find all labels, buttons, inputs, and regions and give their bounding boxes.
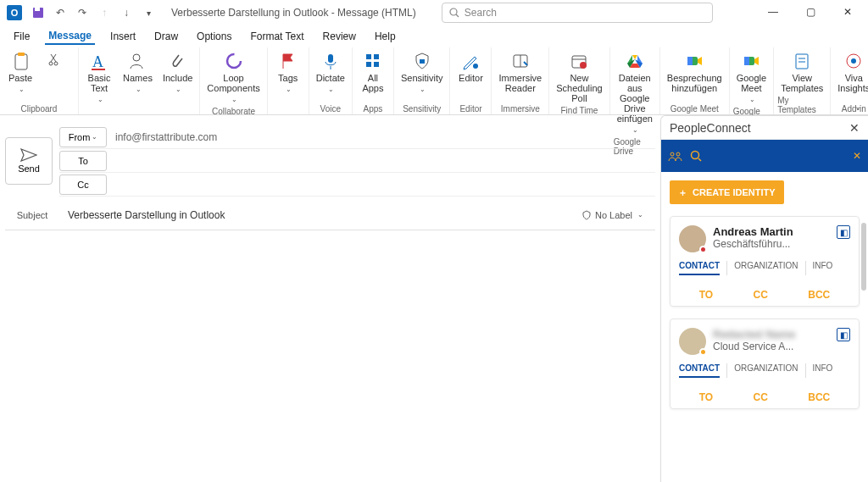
card-action-cc[interactable]: CC xyxy=(754,289,768,301)
plus-icon: ＋ xyxy=(678,186,687,199)
ribbon-button-label: Besprechunghinzufügen xyxy=(667,73,722,93)
from-button[interactable]: From⌄ xyxy=(59,127,107,147)
search-input[interactable]: Search xyxy=(442,3,713,23)
ribbon-sensitivity-button[interactable]: Sensitivity ⌄ xyxy=(398,49,447,96)
search-placeholder: Search xyxy=(465,7,497,19)
card-action-to[interactable]: TO xyxy=(699,289,713,301)
peopleconnect-panel: PeopleConnect ✕ ✕ ＋ CREATE IDENTITY ◧And… xyxy=(660,115,868,482)
to-button[interactable]: To xyxy=(59,151,107,171)
menu-review[interactable]: Review xyxy=(320,29,359,44)
ribbon-group-label: Editor xyxy=(459,103,481,114)
panel-close-icon[interactable]: ✕ xyxy=(849,121,860,135)
ribbon-group-label: Voice xyxy=(320,103,341,114)
sensitivity-label-button[interactable]: No Label ⌄ xyxy=(581,210,643,220)
svg-rect-27 xyxy=(744,57,749,65)
ribbon-dictate-button[interactable]: Dictate ⌄ xyxy=(313,49,348,96)
ribbon-paste-button[interactable]: Paste ⌄ xyxy=(3,49,37,96)
menu-help[interactable]: Help xyxy=(371,29,399,44)
redo-icon[interactable]: ↷ xyxy=(75,5,90,20)
card-tab-contact[interactable]: CONTACT xyxy=(679,363,720,378)
svg-point-2 xyxy=(450,8,457,15)
down-icon[interactable]: ↓ xyxy=(119,5,134,20)
ribbon-group-misc: Tags ⌄ xyxy=(268,47,309,114)
card-tab-info[interactable]: INFO xyxy=(813,363,833,378)
maximize-button[interactable]: ▢ xyxy=(792,0,829,24)
menu-draw[interactable]: Draw xyxy=(151,29,181,44)
menu-bar: FileMessageInsertDrawOptionsFormat TextR… xyxy=(0,25,868,47)
undo-icon[interactable]: ↶ xyxy=(53,5,68,20)
ribbon-collapse-icon[interactable]: ⌄ xyxy=(854,102,861,111)
gdrive-icon xyxy=(625,51,645,71)
subject-field[interactable]: Verbesserte Darstellung in Outlook xyxy=(68,209,655,221)
ribbon-names-button[interactable]: Names ⌄ xyxy=(120,49,156,96)
clear-search-icon[interactable]: ✕ xyxy=(853,150,861,162)
search-icon xyxy=(690,150,702,162)
ribbon-cut-copy-button[interactable] xyxy=(41,49,75,73)
outlook-icon: O xyxy=(7,5,22,20)
reader-icon xyxy=(510,51,531,71)
svg-point-36 xyxy=(676,152,680,156)
menu-format-text[interactable]: Format Text xyxy=(247,29,307,44)
menu-file[interactable]: File xyxy=(10,29,33,44)
subject-label: Subject xyxy=(5,210,59,220)
card-tab-contact[interactable]: CONTACT xyxy=(679,261,720,275)
ribbon-group-label: Immersive xyxy=(501,103,540,114)
avatar xyxy=(679,225,706,252)
menu-insert[interactable]: Insert xyxy=(107,29,139,44)
ribbon-loop-button[interactable]: LoopComponents ⌄ xyxy=(203,49,263,106)
peopleconnect-search-input[interactable] xyxy=(690,146,846,166)
loop-icon xyxy=(224,51,244,71)
menu-options[interactable]: Options xyxy=(193,29,235,44)
card-tab-info[interactable]: INFO xyxy=(813,261,833,275)
ribbon-group-label: Google Meet xyxy=(670,103,719,114)
ribbon-all-button[interactable]: AllApps xyxy=(356,49,390,95)
ribbon-immersive-button[interactable]: ImmersiveReader xyxy=(495,49,545,95)
card-action-bcc[interactable]: BCC xyxy=(808,289,830,301)
svg-text:A: A xyxy=(92,53,103,70)
ribbon-include-button[interactable]: Include ⌄ xyxy=(159,49,196,96)
ribbon-basic-button[interactable]: ABasicText ⌄ xyxy=(82,49,116,106)
ribbon-new-button[interactable]: NewScheduling Poll xyxy=(553,49,605,105)
up-icon[interactable]: ↑ xyxy=(97,5,112,20)
card-tab-organization[interactable]: ORGANIZATION xyxy=(734,363,798,378)
close-button[interactable]: ✕ xyxy=(829,0,866,24)
minimize-button[interactable]: — xyxy=(754,0,792,24)
ribbon-viva-button[interactable]: VivaInsights xyxy=(834,49,868,95)
card-action-bcc[interactable]: BCC xyxy=(808,391,830,403)
create-identity-button[interactable]: ＋ CREATE IDENTITY xyxy=(670,180,784,204)
presence-icon xyxy=(699,348,707,356)
scrollbar[interactable] xyxy=(861,223,866,291)
card-action-cc[interactable]: CC xyxy=(754,391,768,403)
ribbon-besprechung-button[interactable]: Besprechunghinzufügen xyxy=(664,49,726,95)
send-button[interactable]: Send xyxy=(5,137,53,185)
contact-subtitle: Geschäftsführu... xyxy=(713,238,793,250)
flag-icon xyxy=(278,51,298,71)
svg-rect-17 xyxy=(420,59,425,64)
qat-overflow-icon[interactable]: ▾ xyxy=(141,5,156,20)
ribbon-group-collaborate: LoopComponents ⌄Collaborate xyxy=(200,47,267,114)
card-action-to[interactable]: TO xyxy=(699,391,713,403)
ribbon-button-label: Names ⌄ xyxy=(123,73,153,94)
search-icon xyxy=(449,8,459,18)
compose-area: Send From⌄ info@firstattribute.com To Cc… xyxy=(0,115,660,482)
gmeet-icon xyxy=(741,51,761,71)
ribbon-button-label: LoopComponents ⌄ xyxy=(207,73,259,104)
card-badge-icon[interactable]: ◧ xyxy=(837,225,850,239)
ribbon-button-label: Sensitivity ⌄ xyxy=(401,73,443,94)
save-icon[interactable] xyxy=(31,5,46,20)
people-icon xyxy=(668,150,683,162)
window-title: Verbesserte Darstellung in Outlook - Mes… xyxy=(171,7,416,19)
quick-access-toolbar: ↶ ↷ ↑ ↓ ▾ xyxy=(31,5,156,20)
ribbon-tags-button[interactable]: Tags ⌄ xyxy=(271,49,305,96)
svg-rect-13 xyxy=(366,54,371,59)
card-tab-organization[interactable]: ORGANIZATION xyxy=(734,261,798,275)
ribbon-editor-button[interactable]: Editor xyxy=(453,49,487,85)
card-badge-icon[interactable]: ◧ xyxy=(837,328,850,341)
ribbon-group-add-in: VivaInsightsAdd-in xyxy=(831,47,868,114)
shield-icon xyxy=(581,210,592,220)
menu-message[interactable]: Message xyxy=(45,28,95,45)
ribbon-view-button[interactable]: ViewTemplates xyxy=(777,49,826,95)
ribbon-google-button[interactable]: GoogleMeet ⌄ xyxy=(733,49,770,106)
cc-button[interactable]: Cc xyxy=(59,175,107,195)
svg-point-32 xyxy=(851,58,856,64)
